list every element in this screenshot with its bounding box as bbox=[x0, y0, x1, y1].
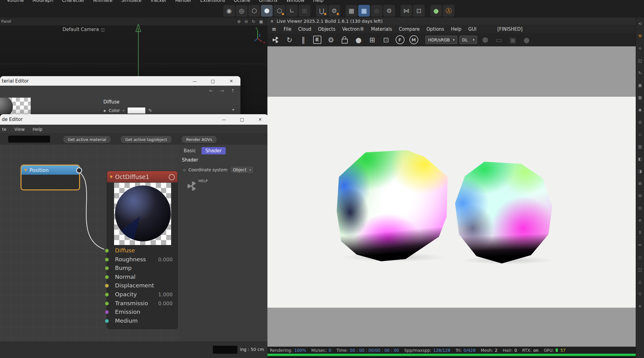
color-caret-icon[interactable]: ▾ bbox=[123, 109, 125, 113]
port-dot-icon[interactable] bbox=[105, 310, 109, 314]
port-value[interactable]: 0.000 bbox=[158, 301, 173, 306]
octane-help-logo[interactable] bbox=[186, 180, 198, 192]
lv-menu-compare[interactable]: Compare bbox=[399, 26, 420, 32]
pause-render-icon[interactable]: ‖ bbox=[297, 34, 309, 46]
settings-gear-icon[interactable]: ⚙ bbox=[325, 34, 337, 46]
square-tool-icon[interactable]: □ bbox=[637, 265, 643, 274]
up-icon[interactable]: ↑ bbox=[231, 88, 235, 94]
split-left-icon[interactable]: ◧ bbox=[637, 154, 643, 163]
colorspace-dropdown[interactable]: HDR/sRGB▾ bbox=[425, 36, 457, 44]
port-value[interactable]: 1.000 bbox=[158, 292, 173, 298]
port-diffuse[interactable]: Diffuse bbox=[107, 247, 178, 255]
position-output-port[interactable] bbox=[76, 167, 82, 173]
port-value[interactable]: 0.000 bbox=[158, 257, 173, 263]
node-position[interactable]: ▼ Position bbox=[21, 165, 80, 190]
collapse-triangle-icon[interactable]: ▼ bbox=[24, 168, 27, 172]
tool-options-icon[interactable]: ⊡ bbox=[413, 5, 425, 17]
axis-lock-icon[interactable]: ⋃ bbox=[316, 5, 328, 17]
diamond-tool-icon[interactable]: ◇ bbox=[637, 130, 643, 138]
triangle-tool-icon[interactable]: △ bbox=[637, 277, 643, 286]
close-button[interactable]: ✕ bbox=[255, 114, 265, 125]
lv-menu-cloud[interactable]: Cloud bbox=[298, 26, 311, 32]
wrench-tool-icon[interactable]: ⚒ bbox=[637, 32, 643, 40]
target-tool-icon[interactable]: ◉ bbox=[637, 105, 643, 114]
render-view-icon[interactable]: ◉ bbox=[223, 5, 235, 17]
menu-extensions[interactable]: Extensions bbox=[200, 0, 225, 3]
render-tool-icon[interactable]: ◎ bbox=[637, 118, 643, 126]
close-tool-icon[interactable]: ✕ bbox=[637, 302, 643, 310]
diamond-icon[interactable]: ◆ bbox=[103, 109, 106, 113]
button-get-active-tag-object[interactable]: Get active tag/object bbox=[120, 135, 172, 143]
lv-menu-vectron[interactable]: Vectron® bbox=[342, 26, 364, 32]
menu-lines-icon[interactable]: ≡ bbox=[637, 216, 643, 224]
remove-panel-icon[interactable]: ⊟ bbox=[637, 191, 643, 200]
workplane-gear-icon[interactable]: ⚙ bbox=[328, 5, 340, 17]
port-medium[interactable]: Medium bbox=[107, 317, 178, 326]
lv-menu-file[interactable]: File bbox=[284, 26, 291, 32]
diamond-icon[interactable]: ◇ bbox=[183, 168, 186, 172]
node-graph-canvas[interactable]: ▼ Position ▼ OctDiffuse1 DiffuseRoughnes… bbox=[0, 145, 179, 341]
button-get-active-material[interactable]: Get active material bbox=[63, 135, 111, 143]
lock-resolution-icon[interactable] bbox=[339, 34, 351, 46]
move-tool-icon[interactable]: ✛ bbox=[637, 44, 643, 53]
port-transmissio[interactable]: Transmissio0.000 bbox=[107, 299, 178, 308]
ne-menu-view[interactable]: View bbox=[14, 127, 25, 132]
rotate-view-icon[interactable]: ↻ bbox=[252, 19, 255, 24]
grid-icon[interactable]: ▦ bbox=[346, 5, 357, 17]
snap-grid-icon[interactable]: ▦ bbox=[358, 5, 370, 17]
menu-character[interactable]: Character bbox=[62, 0, 85, 3]
gear-icon[interactable]: ⚙ bbox=[383, 5, 395, 17]
pan-icon[interactable]: ⊕ bbox=[237, 19, 241, 24]
live-viewer-titlebar[interactable]: ✕ Live Viewer 2025.2.1 Build 1.6.1 (130 … bbox=[267, 18, 636, 25]
ne-menu-help[interactable]: Help bbox=[33, 127, 42, 132]
menu-window[interactable]: Window bbox=[286, 0, 305, 3]
close-icon[interactable]: ✕ bbox=[267, 19, 277, 24]
menu-tracker[interactable]: Tracker bbox=[150, 0, 167, 3]
render-picture-viewer-icon[interactable]: ◎ bbox=[236, 5, 247, 17]
node-search-input[interactable] bbox=[8, 136, 50, 142]
maximize-button[interactable]: □ bbox=[237, 114, 247, 125]
zoom-icon[interactable]: ⊖ bbox=[244, 19, 248, 24]
port-dot-icon[interactable] bbox=[105, 302, 109, 305]
rotate-tool-icon[interactable]: ↻ bbox=[637, 68, 643, 77]
camera-tool-icon[interactable]: ▣ bbox=[637, 81, 643, 89]
material-preview-thumbnail[interactable] bbox=[0, 98, 31, 114]
undo-icon[interactable]: ⟲ bbox=[637, 19, 643, 28]
port-dot-icon[interactable] bbox=[105, 249, 109, 253]
menu-ornatrix[interactable]: Ornatrix bbox=[259, 0, 278, 3]
close-button[interactable]: ✕ bbox=[226, 76, 236, 86]
corner-axis-icon[interactable]: ∟ bbox=[286, 5, 298, 17]
button-render-aovs[interactable]: Render AOVs bbox=[181, 135, 217, 143]
color-swatch[interactable] bbox=[127, 107, 146, 114]
port-dot-icon[interactable] bbox=[105, 284, 109, 288]
port-dot-icon[interactable] bbox=[105, 275, 109, 279]
material-editor-titlebar[interactable]: terial Editor — □ ✕ bbox=[0, 76, 240, 86]
focus-picker-icon[interactable]: F bbox=[394, 34, 406, 46]
lv-menu-objects[interactable]: Objects bbox=[318, 26, 335, 32]
grid-tool-icon[interactable]: ▦ bbox=[637, 93, 643, 102]
add-panel-icon[interactable]: ⊞ bbox=[637, 179, 643, 188]
lv-menu-help[interactable]: Help bbox=[451, 26, 461, 32]
render-view[interactable] bbox=[267, 46, 636, 347]
port-dot-icon[interactable] bbox=[105, 266, 109, 270]
split-right-icon[interactable]: ◨ bbox=[637, 167, 643, 175]
port-displacement[interactable]: Displacement bbox=[107, 282, 178, 290]
locked-grid-icon[interactable]: ⊞ bbox=[299, 5, 310, 17]
pan-vertical-icon[interactable]: ↕ bbox=[637, 228, 643, 237]
menu-mograph[interactable]: MoGraph bbox=[33, 0, 53, 3]
octane-logo-icon[interactable] bbox=[270, 34, 282, 46]
layers-icon[interactable]: ▤ bbox=[637, 142, 643, 151]
camera-label[interactable]: Default Camera ◫ bbox=[63, 27, 105, 32]
clear-region-icon[interactable]: ⊡ bbox=[380, 34, 392, 46]
reset-render-icon[interactable]: R bbox=[311, 34, 323, 46]
menu-volume[interactable]: Volume bbox=[7, 0, 24, 3]
menu-octane[interactable]: Octane bbox=[234, 0, 250, 3]
back-icon[interactable]: ← bbox=[209, 88, 213, 94]
expand-chevron-icon[interactable]: ▾ bbox=[232, 107, 234, 112]
minimize-button[interactable]: — bbox=[219, 114, 229, 125]
render-ball-icon[interactable]: ● bbox=[353, 34, 364, 46]
active-view-icon[interactable]: ⬢ bbox=[261, 5, 273, 17]
port-dot-icon[interactable] bbox=[105, 293, 109, 297]
collapse-triangle-icon[interactable]: ▼ bbox=[110, 175, 113, 179]
menu-render[interactable]: Render bbox=[175, 0, 191, 3]
